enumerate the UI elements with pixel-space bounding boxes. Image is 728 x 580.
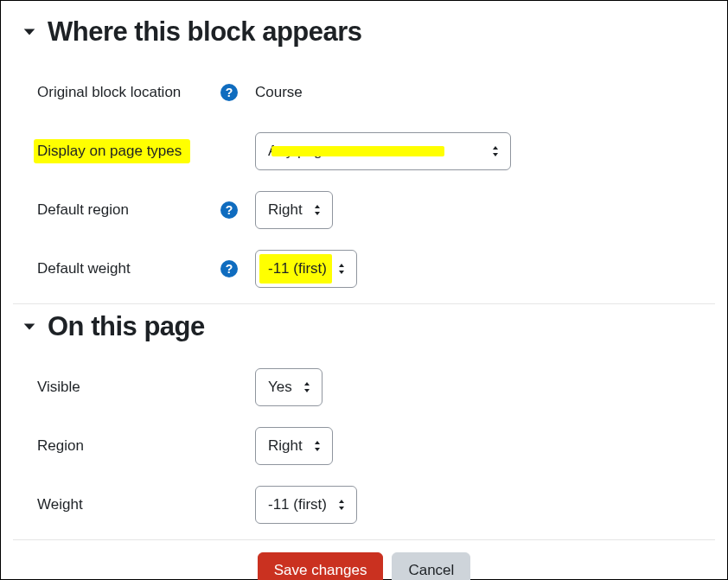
help-icon[interactable]: ?	[220, 84, 238, 101]
help-icon[interactable]: ?	[220, 201, 238, 219]
cancel-button[interactable]: Cancel	[392, 552, 470, 580]
chevron-updown-icon	[313, 440, 322, 452]
select-display-on-page-types[interactable]: Any page	[255, 132, 511, 170]
row-visible: Visible Yes	[13, 358, 715, 417]
chevron-updown-icon	[337, 499, 346, 511]
select-visible[interactable]: Yes	[255, 368, 322, 406]
section-title-onthispage: On this page	[48, 311, 205, 342]
chevron-updown-icon	[491, 145, 500, 157]
row-original-block-location: Original block location ? Course	[13, 63, 715, 122]
label-weight: Weight	[37, 496, 83, 513]
select-weight[interactable]: -11 (first)	[255, 486, 357, 524]
row-default-weight: Default weight ? -11 (first)	[13, 239, 715, 298]
select-region[interactable]: Right	[255, 427, 333, 465]
button-row: Save changes Cancel	[13, 552, 715, 580]
label-region: Region	[37, 437, 84, 455]
chevron-updown-icon	[313, 204, 322, 216]
section-header-onthispage[interactable]: On this page	[22, 311, 715, 342]
label-default-region: Default region	[37, 201, 129, 219]
row-weight: Weight -11 (first)	[13, 475, 715, 534]
label-display-on-page-types: Display on page types	[34, 139, 190, 163]
section-header-appears[interactable]: Where this block appears	[22, 16, 715, 48]
settings-panel: Where this block appears Original block …	[0, 0, 728, 580]
help-icon[interactable]: ?	[220, 260, 238, 277]
save-changes-button[interactable]: Save changes	[258, 552, 384, 580]
chevron-down-icon	[22, 24, 37, 40]
row-region: Region Right	[13, 417, 715, 475]
separator	[13, 303, 715, 304]
label-default-weight: Default weight	[37, 260, 131, 277]
chevron-updown-icon	[337, 263, 346, 275]
row-default-region: Default region ? Right	[13, 181, 715, 239]
chevron-updown-icon	[303, 381, 311, 393]
label-visible: Visible	[37, 379, 80, 396]
section-title-appears: Where this block appears	[48, 16, 362, 48]
select-default-weight[interactable]: -11 (first)	[255, 250, 357, 288]
separator	[13, 539, 715, 540]
label-original-block-location: Original block location	[37, 84, 181, 101]
row-display-on-page-types: Display on page types Any page	[13, 122, 715, 181]
value-original-block-location: Course	[255, 84, 303, 101]
chevron-down-icon	[22, 319, 37, 335]
select-default-region[interactable]: Right	[255, 191, 333, 229]
